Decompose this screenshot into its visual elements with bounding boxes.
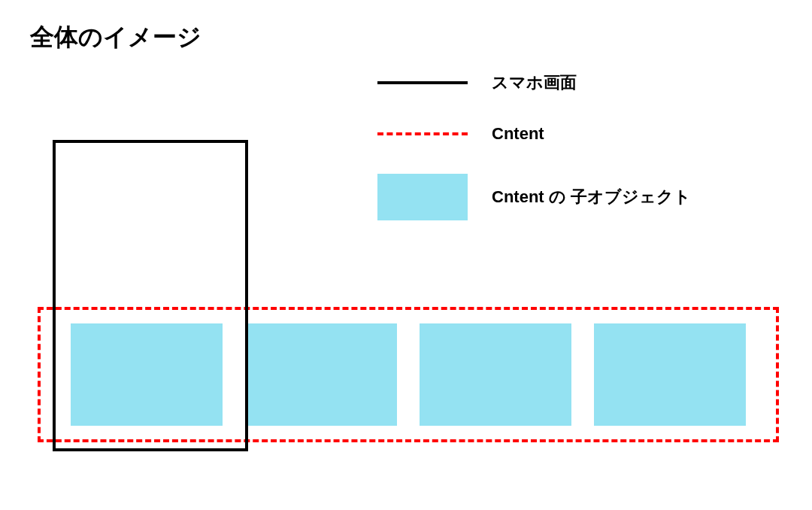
diagram-title: 全体のイメージ	[30, 21, 201, 54]
child-object	[245, 323, 397, 426]
legend-item-phone-screen: スマホ画面	[377, 71, 691, 94]
child-object	[594, 323, 746, 426]
legend-swatch-dashed-line	[377, 132, 468, 135]
phone-screen-rect	[53, 140, 248, 451]
legend-swatch-solid-line	[377, 81, 468, 84]
diagram-area	[38, 140, 782, 463]
child-object	[420, 323, 571, 426]
legend-label: スマホ画面	[492, 71, 577, 94]
